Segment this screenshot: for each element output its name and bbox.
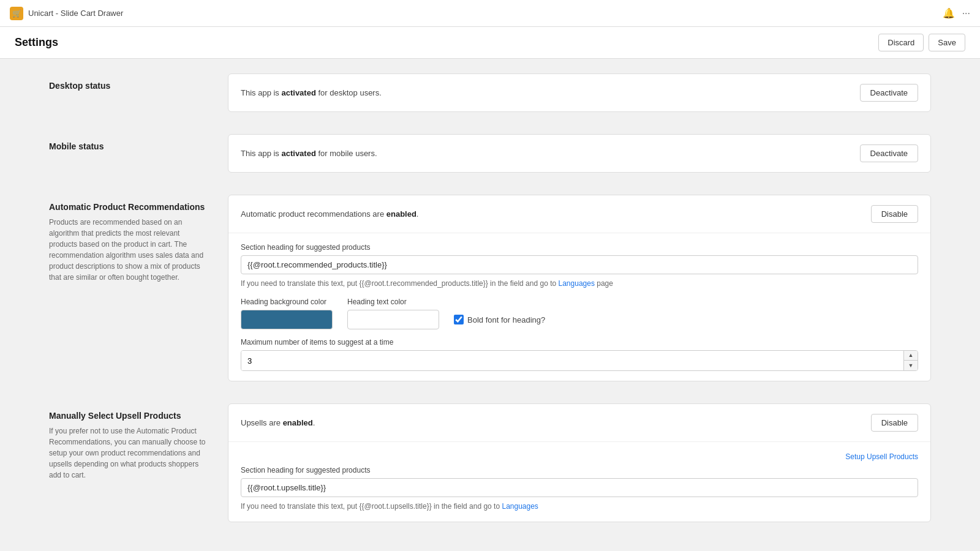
hint-suffix: page	[595, 279, 613, 288]
mobile-status-bold: activated	[281, 149, 315, 158]
section-heading-label: Section heading for suggested products	[241, 243, 918, 252]
upsell-status-row: Upsells are enabled. Disable	[228, 404, 930, 441]
auto-rec-suffix: .	[417, 209, 419, 219]
upsell-bold: enabled	[283, 418, 313, 427]
desktop-status-bold: activated	[281, 88, 315, 97]
more-icon[interactable]: ···	[962, 8, 970, 19]
app-title: Unicart - Slide Cart Drawer	[28, 9, 123, 18]
mobile-status-content: This app is activated for mobile users. …	[228, 134, 931, 180]
auto-rec-disable-button[interactable]: Disable	[871, 205, 918, 223]
upsell-form: Setup Upsell Products Section heading fo…	[228, 441, 930, 522]
save-button[interactable]: Save	[929, 34, 965, 51]
bold-checkbox-group: Bold font for heading?	[454, 315, 545, 324]
spinner-down-button[interactable]: ▼	[904, 361, 918, 370]
auto-rec-bold: enabled	[386, 209, 417, 219]
mobile-deactivate-button[interactable]: Deactivate	[860, 144, 918, 162]
desktop-status-text: This app is activated for desktop users.	[241, 88, 382, 97]
hint-prefix: If you need to translate this text, put …	[241, 279, 559, 288]
upsell-hint: If you need to translate this text, put …	[241, 501, 918, 512]
auto-rec-card: Automatic product recommendations are en…	[228, 195, 931, 381]
header-actions: Discard Save	[878, 34, 965, 51]
auto-rec-prefix: Automatic product recommendations are	[241, 209, 386, 219]
mobile-status-prefix: This app is	[241, 149, 281, 158]
desktop-status-suffix: for desktop users.	[316, 88, 382, 97]
bell-icon[interactable]: 🔔	[943, 7, 955, 19]
auto-rec-label-area: Automatic Product Recommendations Produc…	[49, 195, 208, 389]
desktop-status-card: This app is activated for desktop users.…	[228, 73, 931, 112]
mobile-status-row: Mobile status This app is activated for …	[49, 134, 931, 180]
settings-title: Settings	[15, 36, 58, 49]
desktop-status-content: This app is activated for desktop users.…	[228, 73, 931, 119]
setup-link-area: Setup Upsell Products	[241, 452, 918, 461]
upsell-products-row: Manually Select Upsell Products If you p…	[49, 403, 931, 530]
auto-recommendations-row: Automatic Product Recommendations Produc…	[49, 195, 931, 389]
main-content: Desktop status This app is activated for…	[0, 59, 980, 551]
auto-rec-status-text: Automatic product recommendations are en…	[241, 209, 418, 219]
upsell-content: Upsells are enabled. Disable Setup Upsel…	[228, 403, 931, 530]
upsell-section-heading-label: Section heading for suggested products	[241, 466, 918, 474]
auto-rec-status-row: Automatic product recommendations are en…	[228, 195, 930, 233]
spinner-group: Maximum number of items to suggest at a …	[241, 338, 918, 371]
heading-bg-color-label: Heading background color	[241, 298, 333, 306]
upsell-description: If you prefer not to use the Automatic P…	[49, 425, 208, 481]
spinner-up-button[interactable]: ▲	[904, 351, 918, 361]
upsell-heading: Manually Select Upsell Products	[49, 411, 208, 421]
desktop-status-label-area: Desktop status	[49, 73, 208, 119]
max-items-label: Maximum number of items to suggest at a …	[241, 338, 918, 347]
max-items-input[interactable]	[241, 351, 903, 370]
discard-button[interactable]: Discard	[878, 34, 924, 51]
languages-link[interactable]: Languages	[559, 279, 595, 288]
spinner-buttons: ▲ ▼	[903, 351, 918, 370]
mobile-status-heading: Mobile status	[49, 141, 208, 151]
topbar-right: 🔔 ···	[943, 7, 970, 19]
topbar: 🛒 Unicart - Slide Cart Drawer 🔔 ···	[0, 0, 980, 27]
auto-rec-heading: Automatic Product Recommendations	[49, 202, 208, 212]
upsell-suffix: .	[313, 418, 315, 427]
upsell-prefix: Upsells are	[241, 418, 283, 427]
heading-text-color-swatch[interactable]	[347, 310, 439, 329]
upsell-languages-link[interactable]: Languages	[502, 502, 538, 511]
desktop-status-card-row: This app is activated for desktop users.…	[228, 74, 930, 111]
bold-label[interactable]: Bold font for heading?	[467, 315, 545, 324]
settings-header: Settings Discard Save	[0, 27, 980, 59]
bold-checkbox[interactable]	[454, 315, 464, 324]
upsell-hint-prefix: If you need to translate this text, put …	[241, 502, 502, 511]
desktop-status-row: Desktop status This app is activated for…	[49, 73, 931, 119]
auto-rec-form: Section heading for suggested products I…	[228, 233, 930, 381]
desktop-deactivate-button[interactable]: Deactivate	[860, 84, 918, 102]
mobile-status-suffix: for mobile users.	[316, 149, 377, 158]
mobile-status-text: This app is activated for mobile users.	[241, 149, 377, 158]
heading-bg-color-group: Heading background color	[241, 298, 333, 329]
auto-rec-content: Automatic product recommendations are en…	[228, 195, 931, 389]
upsell-label-area: Manually Select Upsell Products If you p…	[49, 403, 208, 530]
section-heading-hint: If you need to translate this text, put …	[241, 278, 918, 289]
heading-text-color-label: Heading text color	[347, 298, 439, 306]
mobile-status-label-area: Mobile status	[49, 134, 208, 180]
desktop-status-heading: Desktop status	[49, 81, 208, 91]
heading-bg-color-swatch[interactable]	[241, 310, 333, 329]
desktop-status-prefix: This app is	[241, 88, 281, 97]
max-items-input-wrap: ▲ ▼	[241, 350, 918, 371]
mobile-status-card-row: This app is activated for mobile users. …	[228, 135, 930, 172]
color-row: Heading background color Heading text co…	[241, 298, 918, 329]
upsell-status-text: Upsells are enabled.	[241, 418, 315, 427]
topbar-left: 🛒 Unicart - Slide Cart Drawer	[10, 7, 123, 20]
section-heading-input[interactable]	[241, 255, 918, 274]
mobile-status-card: This app is activated for mobile users. …	[228, 134, 931, 173]
auto-rec-description: Products are recommended based on an alg…	[49, 217, 208, 283]
app-icon: 🛒	[10, 7, 23, 20]
upsell-section-heading-input[interactable]	[241, 478, 918, 497]
heading-text-color-group: Heading text color	[347, 298, 439, 329]
upsell-disable-button[interactable]: Disable	[871, 414, 918, 432]
upsell-card: Upsells are enabled. Disable Setup Upsel…	[228, 403, 931, 522]
setup-upsell-link[interactable]: Setup Upsell Products	[845, 452, 918, 461]
